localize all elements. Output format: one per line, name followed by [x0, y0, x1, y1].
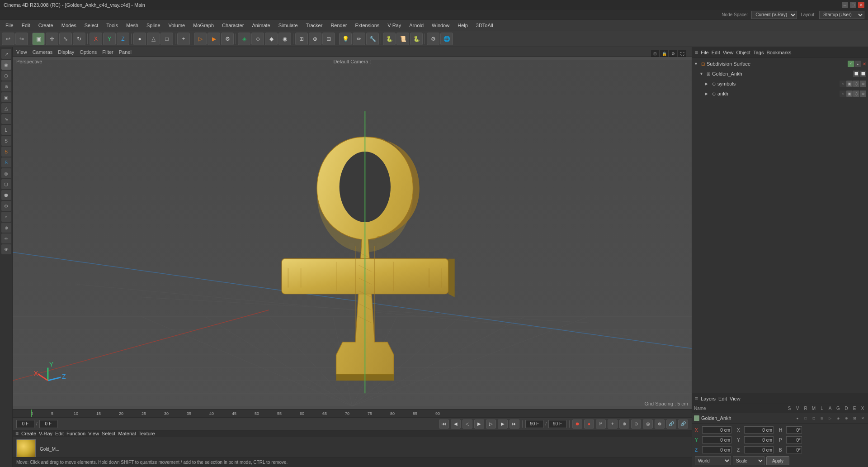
- transport-prev-frame[interactable]: ◀: [451, 419, 461, 429]
- layers-menu-view[interactable]: View: [730, 396, 741, 401]
- viewport-3d[interactable]: Perspective Default Camera : Grid Spacin…: [13, 57, 692, 409]
- mat-menu-vray[interactable]: V-Ray: [39, 431, 52, 436]
- viewport-menu-cameras[interactable]: Cameras: [33, 49, 53, 55]
- toolbar-python[interactable]: 🐍: [383, 33, 396, 45]
- obj-row-golden-ankh[interactable]: ▼ ⊞ Golden_Ankh ⬜ ⬜: [692, 69, 868, 79]
- toolbar-scale[interactable]: ⤡: [59, 33, 72, 45]
- obj-row-subdivision[interactable]: ▼ ⊡ Subdivision Surface ✓ ● ✕: [692, 59, 868, 69]
- menu-3dtoall[interactable]: 3DToAll: [472, 22, 497, 29]
- obj-expand-symbols[interactable]: ▶: [705, 81, 711, 86]
- menu-help[interactable]: Help: [454, 22, 472, 29]
- transport-play[interactable]: ▶: [474, 419, 484, 429]
- transport-next-frame[interactable]: ▶: [498, 419, 508, 429]
- layer-s-1[interactable]: ●: [794, 416, 801, 420]
- toolbar-render-region[interactable]: ▷: [194, 33, 207, 45]
- toolbar-display-4[interactable]: ◉: [278, 33, 291, 45]
- obj-vis-symbols[interactable]: ○: [840, 81, 846, 87]
- toolbar-move[interactable]: ✛: [46, 33, 58, 45]
- maximize-button[interactable]: □: [850, 2, 856, 8]
- end-frame-2[interactable]: [548, 420, 566, 428]
- coord-scale-dropdown[interactable]: Scale: [733, 456, 764, 465]
- left-btn-sculpt2[interactable]: ⊛: [1, 81, 11, 91]
- timeline-ruler[interactable]: 0 5 10 15 20 25 30 35 40 45 50 55 60 65 …: [13, 409, 692, 417]
- menu-select[interactable]: Select: [81, 22, 102, 29]
- obj-menu-file[interactable]: File: [701, 50, 709, 55]
- menu-modes[interactable]: Modes: [58, 22, 80, 29]
- toolbar-light[interactable]: 💡: [339, 33, 352, 45]
- transport-link-2[interactable]: 🔗: [678, 419, 688, 429]
- menu-render[interactable]: Render: [327, 22, 350, 29]
- toolbar-workplane[interactable]: ⊟: [322, 33, 335, 45]
- toolbar-display-3[interactable]: ◆: [265, 33, 278, 45]
- left-btn-cog[interactable]: ⚙: [1, 201, 11, 211]
- viewport-lock[interactable]: 🔒: [660, 50, 668, 58]
- obj-menu-bookmarks[interactable]: Bookmarks: [766, 50, 791, 55]
- transport-mode-3[interactable]: ⊙: [631, 419, 641, 429]
- coord-z-size[interactable]: [744, 446, 774, 453]
- mat-menu-function[interactable]: Function: [66, 431, 85, 436]
- obj-tag-1[interactable]: ⬜: [853, 71, 859, 77]
- coord-x-size[interactable]: [744, 426, 774, 434]
- toolbar-python2[interactable]: 🐍: [410, 33, 423, 45]
- toolbar-edge-mode[interactable]: △: [147, 33, 160, 45]
- left-btn-fill2[interactable]: S: [1, 147, 11, 157]
- toolbar-rotate[interactable]: ↻: [73, 33, 85, 45]
- mat-menu-select[interactable]: Select: [102, 431, 116, 436]
- obj-close-subdivision[interactable]: ✕: [863, 62, 866, 67]
- transport-mode-1[interactable]: +: [608, 419, 618, 429]
- obj-menu-object[interactable]: Object: [736, 50, 750, 55]
- left-btn-texture[interactable]: ⬡: [1, 71, 11, 81]
- transport-play-forward[interactable]: ▷: [486, 419, 496, 429]
- obj-tag-symbols-1[interactable]: ▣: [846, 81, 853, 87]
- viewport-menu-options[interactable]: Options: [80, 49, 97, 55]
- left-btn-fill[interactable]: S: [1, 136, 11, 146]
- transport-record-manual[interactable]: ●: [584, 419, 594, 429]
- menu-edit[interactable]: Edit: [18, 22, 34, 29]
- transport-mode-5[interactable]: ⊗: [655, 419, 665, 429]
- transport-goto-start[interactable]: ⏮: [439, 419, 449, 429]
- obj-hamburger[interactable]: ≡: [695, 49, 698, 56]
- toolbar-grid[interactable]: ⊞: [295, 33, 308, 45]
- material-thumb-gold[interactable]: [16, 439, 36, 459]
- obj-tag-ankh-2[interactable]: ⬡: [853, 91, 859, 97]
- menu-vray[interactable]: V-Ray: [384, 22, 405, 29]
- viewport-settings[interactable]: ⚙: [669, 50, 677, 58]
- toolbar-object-mode[interactable]: ●: [133, 33, 146, 45]
- current-frame-input[interactable]: [39, 420, 57, 428]
- node-space-dropdown[interactable]: Current (V-Ray): [751, 11, 797, 19]
- left-btn-fill3[interactable]: S: [1, 157, 11, 167]
- left-btn-target[interactable]: ◎: [1, 168, 11, 178]
- left-btn-cube[interactable]: ▣: [1, 92, 11, 102]
- obj-menu-tags[interactable]: Tags: [753, 50, 764, 55]
- obj-tag-ankh-1[interactable]: ▣: [846, 91, 853, 97]
- menu-simulate[interactable]: Simulate: [275, 22, 302, 29]
- transport-goto-end[interactable]: ⏭: [509, 419, 519, 429]
- left-btn-magnet[interactable]: ⊕: [1, 223, 11, 233]
- menu-tools[interactable]: Tools: [103, 22, 122, 29]
- mat-menu-material[interactable]: Material: [118, 431, 136, 436]
- menu-file[interactable]: File: [2, 22, 17, 29]
- layers-menu-edit[interactable]: Edit: [718, 396, 727, 401]
- toolbar-brush[interactable]: ✏: [353, 33, 365, 45]
- toolbar-render-view[interactable]: ▶: [208, 33, 220, 45]
- layer-a-1[interactable]: ◈: [835, 416, 842, 420]
- layer-m-1[interactable]: ⊟: [818, 416, 826, 420]
- close-button[interactable]: ✕: [858, 2, 864, 8]
- coord-world-dropdown[interactable]: World: [695, 456, 731, 465]
- coord-h-rot[interactable]: [786, 426, 802, 434]
- viewport-menu-view[interactable]: View: [16, 49, 27, 55]
- mat-menu-view[interactable]: View: [88, 431, 99, 436]
- toolbar-sculpt[interactable]: 🔧: [366, 33, 379, 45]
- menu-extensions[interactable]: Extensions: [351, 22, 383, 29]
- toolbar-settings[interactable]: ⚙: [427, 33, 439, 45]
- coord-p-rot[interactable]: [786, 436, 802, 443]
- left-btn-spline2[interactable]: ∿: [1, 114, 11, 124]
- toolbar-display-1[interactable]: ◈: [238, 33, 250, 45]
- toolbar-z-axis[interactable]: Z: [117, 33, 129, 45]
- transport-mode-2[interactable]: ⊕: [619, 419, 629, 429]
- end-frame-1[interactable]: [525, 420, 543, 428]
- layer-d-1[interactable]: ⊠: [851, 416, 858, 420]
- viewport-maximize[interactable]: ⛶: [678, 50, 686, 58]
- obj-tag-symbols-3[interactable]: ⊕: [860, 81, 866, 87]
- toolbar-redo[interactable]: ↪: [15, 33, 28, 45]
